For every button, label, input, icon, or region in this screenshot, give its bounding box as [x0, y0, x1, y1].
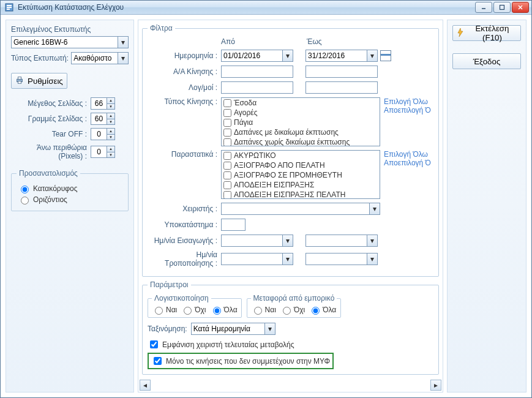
select-all-link[interactable]: Επιλογή Όλω	[384, 150, 431, 159]
printer-panel: Επιλεγμένος Εκτυπωτής ▾ Τύπος Εκτυπωτή: …	[6, 20, 134, 392]
top-margin-value[interactable]	[91, 146, 107, 158]
modified-to-combo[interactable]: ▾	[305, 253, 378, 265]
operator-select[interactable]: ▾	[221, 203, 380, 215]
list-item[interactable]: Αγορές	[222, 108, 380, 118]
list-item[interactable]: Έσοδα	[222, 98, 380, 108]
created-to-combo[interactable]: ▾	[305, 235, 378, 247]
printer-type-select[interactable]: ▾	[71, 52, 129, 64]
transfer-group: Μεταφορά από εμπορικό Ναι Όχι Όλα	[247, 294, 342, 318]
operator-input[interactable]	[221, 203, 369, 215]
down-icon[interactable]: ▼	[107, 119, 115, 126]
modified-from-combo[interactable]: ▾	[221, 253, 293, 265]
close-button[interactable]	[512, 2, 529, 13]
sort-select[interactable]: ▾	[191, 323, 275, 335]
chevron-down-icon[interactable]: ▾	[367, 253, 378, 265]
acct-to-input[interactable]	[305, 81, 378, 94]
date-from-input[interactable]	[221, 50, 282, 62]
filters-legend: Φίλτρα	[148, 24, 175, 32]
up-icon[interactable]: ▲	[107, 113, 115, 119]
maximize-button[interactable]	[493, 2, 511, 13]
minimize-button[interactable]	[475, 2, 492, 13]
modified-from-input[interactable]	[221, 253, 282, 265]
chevron-down-icon[interactable]: ▾	[367, 235, 378, 247]
page-lines-value[interactable]	[91, 113, 107, 125]
trans-yes[interactable]: Ναι	[251, 305, 276, 315]
aa-to-input[interactable]	[305, 66, 378, 78]
actions-panel: Εκτέλεση (F10) Έξοδος	[447, 20, 526, 392]
date-from-combo[interactable]: ▾	[221, 50, 293, 62]
acct-no[interactable]: Όχι	[181, 305, 206, 315]
chevron-down-icon[interactable]: ▾	[282, 235, 293, 247]
list-item[interactable]: ΑΠΟΔΕΙΞΗ ΕΙΣΠΡΑΞΗΣ	[222, 180, 380, 190]
execute-button[interactable]: Εκτέλεση (F10)	[452, 25, 521, 41]
up-icon[interactable]: ▲	[107, 128, 115, 134]
transfer-legend: Μεταφορά από εμπορικό	[251, 294, 337, 302]
execute-label: Εκτέλεση (F10)	[468, 24, 517, 42]
list-item[interactable]: ΑΠΟΔΕΙΞΗ ΕΙΣΠΡΑΞΗΣ ΠΕΛΑΤΗ	[222, 190, 380, 199]
chevron-down-icon[interactable]: ▾	[118, 36, 129, 48]
down-icon[interactable]: ▼	[107, 134, 115, 141]
chevron-down-icon[interactable]: ▾	[282, 50, 293, 62]
orientation-landscape[interactable]: Οριζόντιος	[18, 195, 122, 205]
docs-listbox[interactable]: ΑΚΥΡΩΤΙΚΟΑΞΙΟΓΡΑΦΟ ΑΠΟ ΠΕΛΑΤΗΑΞΙΟΓΡΑΦΟ Σ…	[221, 150, 380, 199]
deselect-all-link[interactable]: Αποεπιλογή Ό	[384, 159, 431, 167]
page-size-stepper[interactable]: ▲▼	[91, 97, 115, 110]
chk-operator[interactable]: Εμφάνιση χειριστή τελευταίας μεταβολής	[148, 339, 433, 350]
up-icon[interactable]: ▲	[107, 146, 115, 152]
top-margin-label: Άνω περιθώρια (Pixels) :	[11, 143, 91, 160]
list-item[interactable]: ΑΚΥΡΩΤΙΚΟ	[222, 151, 380, 160]
list-item[interactable]: Δαπάνες χωρίς δικαίωμα έκπτωσης	[222, 137, 380, 146]
settings-button[interactable]: Ρυθμίσεις	[11, 73, 67, 89]
accounting-group: Λογιστικοποίηση Ναι Όχι Όλα	[148, 294, 242, 318]
acct-from-input[interactable]	[221, 81, 293, 94]
created-from-input[interactable]	[221, 235, 282, 247]
aa-from-input[interactable]	[221, 66, 293, 78]
trans-all[interactable]: Όλα	[309, 305, 336, 315]
list-item[interactable]: ΑΞΙΟΓΡΑΦΟ ΑΠΟ ΠΕΛΑΤΗ	[222, 160, 380, 170]
from-header: Από	[221, 37, 294, 46]
list-item[interactable]: Δαπάνες με δικαίωμα έκπτωσης	[222, 127, 380, 137]
chevron-down-icon[interactable]: ▾	[282, 253, 293, 265]
select-all-link[interactable]: Επιλογή Όλω	[384, 97, 431, 106]
down-icon[interactable]: ▼	[107, 152, 115, 159]
chevron-down-icon[interactable]: ▾	[118, 52, 129, 64]
up-icon[interactable]: ▲	[107, 97, 115, 103]
down-icon[interactable]: ▼	[107, 103, 115, 110]
modified-to-input[interactable]	[305, 253, 367, 265]
page-lines-stepper[interactable]: ▲▼	[91, 113, 115, 125]
chevron-down-icon[interactable]: ▾	[367, 50, 378, 62]
scroll-right-button[interactable]: ▸	[430, 380, 441, 391]
list-item[interactable]: ΑΞΙΟΓΡΑΦΟ ΣΕ ΠΡΟΜΗΘΕΥΤΗ	[222, 170, 380, 180]
deselect-all-link[interactable]: Αποεπιλογή Ό	[384, 106, 431, 115]
created-from-combo[interactable]: ▾	[221, 235, 293, 247]
date-to-input[interactable]	[305, 50, 367, 62]
chevron-down-icon[interactable]: ▾	[264, 323, 275, 335]
accounting-legend: Λογιστικοποίηση	[152, 294, 211, 302]
chevron-down-icon[interactable]: ▾	[369, 203, 380, 215]
orientation-portrait[interactable]: Κατακόρυφος	[18, 184, 122, 193]
tearoff-value[interactable]	[91, 128, 107, 140]
list-item[interactable]: Πάγια	[222, 118, 380, 127]
sort-label: Ταξινόμηση:	[148, 325, 187, 333]
printer-select[interactable]: ▾	[11, 36, 129, 48]
trans-no[interactable]: Όχι	[280, 305, 305, 315]
printer-value[interactable]	[11, 36, 118, 48]
acct-yes[interactable]: Ναι	[152, 305, 177, 315]
printer-type-value[interactable]	[71, 52, 118, 64]
created-to-input[interactable]	[305, 235, 367, 247]
app-icon	[4, 2, 14, 12]
exit-button[interactable]: Έξοδος	[452, 53, 521, 69]
date-to-combo[interactable]: ▾	[305, 50, 378, 62]
calendar-icon[interactable]	[380, 50, 391, 61]
tearoff-stepper[interactable]: ▲▼	[91, 128, 115, 140]
movetype-listbox[interactable]: ΈσοδαΑγορέςΠάγιαΔαπάνες με δικαίωμα έκπτ…	[221, 97, 380, 146]
acct-all[interactable]: Όλα	[210, 305, 238, 315]
branch-input[interactable]	[221, 219, 245, 231]
sort-value[interactable]	[191, 323, 264, 335]
scroll-left-button[interactable]: ◂	[140, 380, 151, 391]
chk-myf[interactable]: Μόνο τις κινήσεις που δεν συμμετέχουν στ…	[151, 355, 330, 367]
top-margin-stepper[interactable]: ▲▼	[91, 146, 115, 158]
params-group: Παράμετροι Λογιστικοποίηση Ναι Όχι Όλα Μ…	[142, 280, 439, 375]
page-size-value[interactable]	[91, 97, 107, 110]
branch-label: Υποκατάστημα :	[148, 220, 221, 229]
